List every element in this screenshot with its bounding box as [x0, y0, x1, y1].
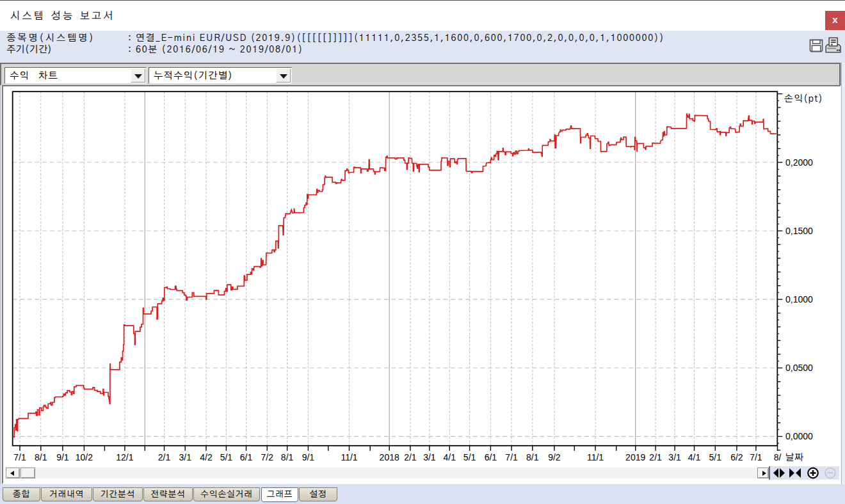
x-tick-label: 10/2 [76, 452, 93, 462]
y-tick-label: 0,1500 [785, 226, 813, 236]
x-tick-label: 8/1 [35, 452, 47, 462]
expand-horizontal-icon[interactable] [773, 467, 785, 479]
tab-2[interactable]: 거래내역 [41, 487, 92, 501]
x-tick-label: 5/1 [709, 452, 722, 462]
period-label: 주기(기간) [6, 44, 52, 55]
x-tick-label: 8/1 [281, 452, 294, 462]
window-title: 시스템 성능 보고서 [10, 10, 115, 22]
info-toolbar-icons [805, 36, 845, 56]
x-tick-label: 9/1 [56, 452, 69, 462]
horizontal-scrollbar[interactable] [6, 468, 768, 478]
symbol-label: 종목명(시스템명) [6, 33, 95, 43]
x-tick-label: 5/1 [220, 452, 233, 462]
chart-toolbar: 수익 차트 누적수익(기간별) [0, 63, 841, 85]
period-value: : 60분 (2016/06/19 ~ 2019/08/01) [128, 44, 303, 55]
x-tick-label: 4/2 [200, 452, 213, 462]
tab-5[interactable]: 수익손실거래 [193, 487, 260, 501]
x-tick-label: 7/2 [261, 452, 274, 462]
x-tick-label: 11/1 [341, 452, 357, 462]
x-axis-title: 날짜 [785, 453, 803, 462]
x-tick-label: 9/2 [548, 452, 561, 462]
tab-7[interactable]: 설정 [299, 487, 337, 501]
x-tick-label: 2018 [380, 452, 399, 462]
tab-1[interactable]: 종합 [3, 487, 40, 501]
x-tick-label: 8/1 [526, 452, 539, 462]
close-button[interactable]: x [825, 11, 845, 30]
period-row: 주기(기간) : 60분 (2016/06/19 ~ 2019/08/01) [0, 44, 845, 55]
print-icon[interactable] [824, 37, 841, 54]
chart-zoom-strip [770, 466, 839, 480]
window-right-gutter [842, 31, 845, 504]
y-axis-title: 손익(pt) [784, 93, 823, 104]
x-tick-label: 7/1 [750, 452, 762, 462]
tab-bar: 종합거래내역기간분석전략분석수익손실거래그래프설정 [0, 484, 845, 504]
x-tick-label: 8/ [774, 452, 782, 462]
x-tick-label: 6/1 [485, 452, 497, 462]
chart-type-value: 수익 차트 [10, 70, 58, 82]
plot-border [13, 91, 778, 446]
symbol-row: 종목명(시스템명) : 연결_E-mini EUR/USD (2019.9)([… [0, 33, 845, 43]
x-tick-label: 3/1 [668, 452, 681, 462]
y-tick-label: 0,0000 [785, 431, 813, 441]
tab-4[interactable]: 전략분석 [143, 487, 193, 501]
cumulative-profit-chart: 7/18/19/110/212/12/13/14/25/16/17/28/19/… [2, 85, 841, 468]
x-tick-label: 2/1 [404, 452, 417, 462]
series-select[interactable]: 누적수익(기간별) [149, 67, 292, 84]
x-tick-label: 4/1 [688, 452, 701, 462]
window-left-border [0, 63, 1, 504]
tab-3[interactable]: 기간분석 [93, 487, 143, 501]
chevron-down-icon [134, 74, 142, 79]
x-tick-label: 2/1 [158, 452, 171, 462]
x-tick-label: 6/2 [730, 452, 743, 462]
zoom-out-icon[interactable] [824, 467, 837, 479]
x-tick-label: 9/1 [302, 452, 315, 462]
left-arrow-icon [10, 471, 14, 476]
chart-type-select[interactable]: 수익 차트 [4, 67, 147, 84]
scroll-left-button[interactable] [6, 468, 20, 478]
series-value: 누적수익(기간별) [154, 70, 233, 82]
right-arrow-icon [762, 471, 766, 476]
scroll-right-button[interactable] [757, 468, 769, 478]
close-icon: x [825, 15, 845, 25]
title-bar: 시스템 성능 보고서 x [0, 1, 845, 31]
x-tick-label: 5/1 [463, 452, 476, 462]
x-tick-label: 7/1 [505, 452, 518, 462]
x-tick-label: 3/1 [179, 452, 191, 462]
tab-6-active[interactable]: 그래프 [261, 487, 298, 502]
performance-report-window: 시스템 성능 보고서 x 종목명(시스템명) : 연결_E-mini EUR/U… [0, 0, 845, 504]
x-tick-label: 12/1 [116, 452, 133, 462]
x-tick-label: 3/1 [423, 452, 436, 462]
save-icon[interactable] [809, 38, 824, 53]
y-tick-label: 0,1000 [785, 294, 813, 304]
info-panel: 종목명(시스템명) : 연결_E-mini EUR/USD (2019.9)([… [0, 31, 845, 63]
x-tick-label: 2019 [625, 452, 645, 462]
x-tick-label: 6/1 [240, 452, 253, 462]
x-tick-label: 11/1 [587, 452, 604, 462]
y-tick-label: 0,2000 [785, 157, 813, 168]
zoom-in-icon[interactable] [807, 467, 819, 479]
series-dropdown-button[interactable] [276, 68, 291, 83]
scrollbar-thumb[interactable] [20, 468, 35, 478]
x-tick-label: 2/1 [649, 452, 662, 462]
collapse-horizontal-icon[interactable] [789, 467, 801, 479]
chart-type-dropdown-button[interactable] [131, 68, 145, 83]
y-tick-label: 0,0500 [785, 363, 813, 373]
chevron-down-icon [280, 74, 287, 79]
x-tick-label: 4/1 [444, 452, 456, 462]
symbol-value: : 연결_E-mini EUR/USD (2019.9)([[[[[]]]]](… [128, 33, 664, 43]
x-tick-label: 7/1 [13, 452, 26, 462]
